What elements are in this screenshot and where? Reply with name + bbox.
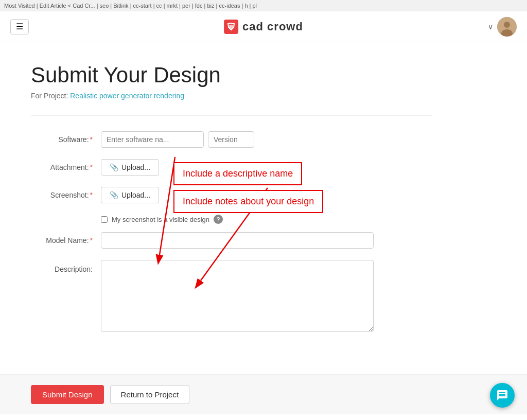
main-content: Submit Your Design For Project: Realisti… [0, 42, 463, 364]
software-control-group [101, 131, 432, 148]
navbar-left: ☰ [10, 19, 29, 34]
screenshot-upload-button[interactable]: 📎 Upload... [101, 187, 159, 203]
attachment-control-group: 📎 Upload... Include a descriptive name [101, 159, 432, 176]
description-textarea[interactable] [101, 260, 374, 332]
dropdown-chevron-icon[interactable]: ∨ [488, 23, 493, 31]
required-star-model: * [90, 236, 93, 244]
model-name-row: Model Name:* [31, 232, 432, 249]
divider [31, 115, 432, 116]
navbar-center: cad crowd [224, 20, 303, 34]
required-star-attachment: * [90, 163, 93, 171]
user-avatar[interactable] [497, 17, 517, 37]
attachment-row: Attachment:* 📎 Upload... Include a descr… [31, 159, 432, 176]
screenshot-label: Screenshot:* [31, 187, 93, 199]
visible-design-checkbox[interactable] [101, 216, 108, 223]
browser-tabs: Most Visited | Edit Article < Cad Cr... … [4, 3, 257, 9]
help-icon[interactable]: ? [214, 215, 223, 224]
checkbox-label: My screenshot is a visible design [112, 216, 209, 223]
return-to-project-button[interactable]: Return to Project [110, 385, 190, 404]
form-area: Software:* Attachment:* 📎 Upload... [31, 131, 432, 332]
screenshot-control-group: 📎 Upload... Include notes about your des… [101, 187, 432, 203]
screenshot-row: Screenshot:* 📎 Upload... Include notes a… [31, 187, 432, 203]
svg-rect-0 [229, 25, 233, 29]
chat-bubble-button[interactable] [490, 383, 515, 408]
description-row: Description: [31, 260, 432, 332]
software-input[interactable] [101, 131, 204, 148]
required-star: * [90, 135, 93, 144]
browser-tab-bar: Most Visited | Edit Article < Cad Cr... … [0, 0, 527, 11]
logo-text: cad crowd [242, 20, 303, 33]
description-label: Description: [31, 260, 93, 273]
version-input[interactable] [208, 131, 254, 148]
software-row: Software:* [31, 131, 432, 148]
navbar: ☰ cad crowd ∨ [0, 11, 527, 42]
svg-point-2 [504, 22, 510, 28]
checkbox-row: My screenshot is a visible design ? [101, 215, 432, 224]
model-name-input[interactable] [101, 232, 374, 249]
software-label: Software:* [31, 131, 93, 144]
project-link[interactable]: Realistic power generator rendering [70, 92, 184, 100]
attachment-upload-button[interactable]: 📎 Upload... [101, 159, 159, 176]
paperclip-icon: 📎 [110, 163, 118, 171]
page-title: Submit Your Design [31, 63, 432, 87]
attachment-label: Attachment:* [31, 159, 93, 171]
logo-icon [224, 20, 238, 34]
model-name-label: Model Name:* [31, 232, 93, 244]
annotation-notes-box: Include notes about your design [173, 190, 323, 213]
project-subtitle: For Project: Realistic power generator r… [31, 92, 432, 100]
paperclip-icon-2: 📎 [110, 191, 118, 199]
footer-bar: Submit Design Return to Project [0, 374, 527, 414]
required-star-screenshot: * [90, 191, 93, 199]
navbar-right: ∨ [488, 17, 517, 37]
description-control-group [101, 260, 432, 332]
submit-design-button[interactable]: Submit Design [31, 385, 104, 404]
annotation-name-box: Include a descriptive name [173, 162, 302, 185]
hamburger-button[interactable]: ☰ [10, 19, 29, 34]
model-name-control-group [101, 232, 432, 249]
